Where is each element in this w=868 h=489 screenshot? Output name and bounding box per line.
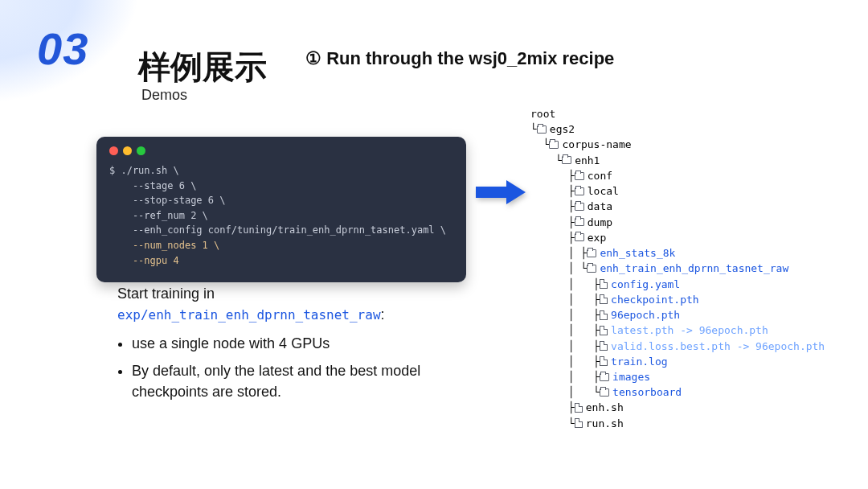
step-title-text: Run through the wsj0_2mix recipe [326,48,614,68]
tree-data: ├data [530,199,825,214]
tree-valid: │ ├valid.loss.best.pth -> 96epoch.pth [530,339,825,354]
folder-icon [575,187,584,195]
file-icon [575,418,583,428]
svg-marker-0 [476,180,526,204]
file-icon [600,294,608,304]
maximize-icon [137,146,145,155]
tree-egs2: └egs2 [530,121,825,137]
arrow-icon [476,179,527,206]
tree-dump: ├dump [530,215,825,230]
folder-icon [600,373,609,381]
cmd-line-5: --enh_config conf/tuning/train_enh_dprnn… [109,223,453,238]
tree-exp: ├exp [530,230,825,245]
file-icon [600,279,608,289]
tree-stats: │ ├enh_stats_8k [530,245,825,261]
desc-intro: Start training in [117,286,215,302]
step-title: ① Run through the wsj0_2mix recipe [305,48,614,69]
folder-icon [562,156,571,164]
file-icon [575,403,583,413]
title-subtitle: Demos [141,87,187,104]
tree-images: │ ├images [530,369,825,384]
folder-icon [600,388,609,397]
tree-enhsh: ├enh.sh [530,400,825,415]
desc-bullet-2: By default, only the latest and the best… [132,360,471,402]
file-tree: root └egs2 └corpus-name └enh1 ├conf ├loc… [530,106,825,431]
file-icon [600,341,608,351]
cmd-line-2: --stage 6 \ [109,179,453,194]
cmd-line-1: $ ./run.sh \ [109,163,453,179]
window-controls [109,146,453,155]
folder-icon [537,125,547,134]
file-icon [600,310,608,320]
description-block: Start training in exp/enh_train_enh_dprn… [117,283,471,409]
step-number-icon: ① [305,48,321,68]
tree-train: │ └enh_train_enh_dprnn_tasnet_raw [530,261,825,276]
tree-config: │ ├config.yaml [530,277,825,292]
desc-path: exp/enh_train_enh_dprnn_tasnet_raw [117,307,381,323]
file-icon [600,326,608,335]
close-icon [109,146,118,155]
folder-icon [575,203,584,211]
tree-corpus: └corpus-name [530,137,825,152]
tree-enh1: └enh1 [530,153,825,168]
folder-icon [575,233,584,241]
desc-bullet-1: use a single node with 4 GPUs [132,333,471,354]
folder-icon [549,141,559,149]
cmd-line-3: --stop-stage 6 \ [109,193,453,208]
tree-tensorboard: │ └tensorboard [530,384,825,400]
folder-icon [575,172,584,180]
minimize-icon [123,146,132,155]
slide-number: 03 [37,23,88,75]
tree-96epoch: │ ├96epoch.pth [530,307,825,323]
cmd-line-4: --ref_num 2 \ [109,208,453,224]
folder-icon [587,265,596,273]
cmd-line-7: --ngpu 4 [109,253,453,269]
tree-runsh: └run.sh [530,416,825,431]
file-icon [600,356,608,366]
folder-icon [587,249,596,257]
title-chinese: 样例展示 [138,45,267,89]
tree-trainlog: │ ├train.log [530,354,825,369]
tree-root: root [530,106,825,121]
desc-colon: : [381,306,385,323]
tree-checkpoint: │ ├checkpoint.pth [530,292,825,307]
terminal-window: $ ./run.sh \ --stage 6 \ --stop-stage 6 … [96,137,466,282]
folder-icon [575,218,584,226]
tree-conf: ├conf [530,168,825,183]
cmd-line-6: --num_nodes 1 \ [109,238,453,253]
tree-local: ├local [530,183,825,199]
tree-latest: │ ├latest.pth -> 96epoch.pth [530,323,825,338]
